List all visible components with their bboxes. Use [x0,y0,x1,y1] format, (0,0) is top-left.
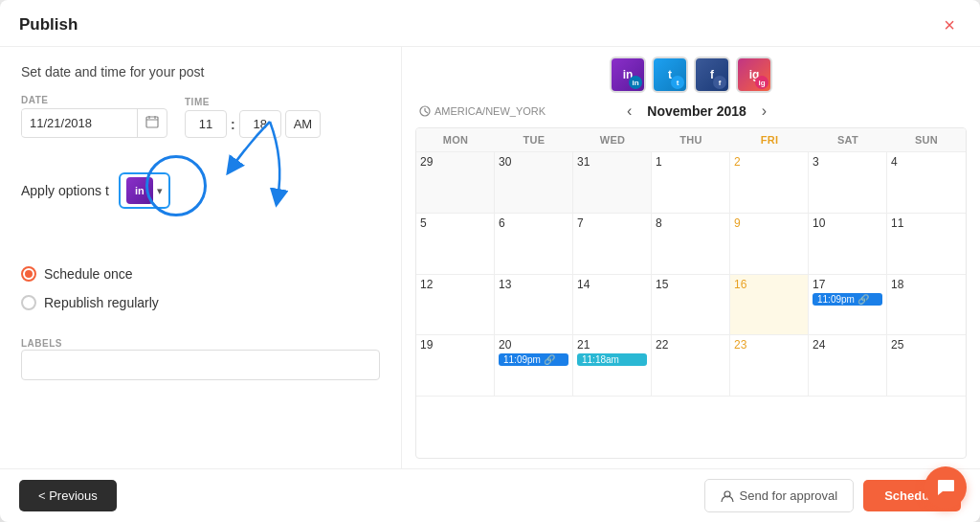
send-approval-button[interactable]: Send for approval [704,479,855,512]
close-button[interactable]: × [938,13,961,36]
cal-date-19: 19 [420,338,490,352]
time-min-input[interactable] [239,110,281,138]
cal-date-30: 30 [499,155,568,169]
cal-cell-6[interactable]: 6 [495,214,573,275]
platform-badge-fb: f [713,76,726,89]
cal-cell-11[interactable]: 11 [887,214,966,275]
social-dropdown[interactable]: in ▾ [119,172,170,209]
cal-date-10: 10 [813,216,882,230]
cal-event-20-1[interactable]: 11:09pm 🔗 [499,353,568,366]
cal-date-20: 20 [499,338,568,352]
schedule-once-radio[interactable] [21,266,36,282]
cal-cell-10[interactable]: 10 [809,214,887,275]
cal-event-21-1[interactable]: 11:18am [577,353,647,366]
cal-cell-13[interactable]: 13 [495,275,573,336]
prev-month-button[interactable]: ‹ [623,101,635,122]
social-thumb-0[interactable]: in in [610,57,646,93]
cal-cell-3[interactable]: 3 [809,152,887,214]
cal-date-5: 5 [420,216,490,230]
calendar-body: 29 30 31 1 2 3 4 5 6 7 8 9 10 11 12 [416,152,966,458]
ampm-button[interactable]: AM [285,110,322,138]
apply-options-section: Apply options t in ▾ [21,165,380,209]
social-thumb-2[interactable]: f f [694,57,730,93]
cal-date-17: 17 [813,278,882,291]
day-header-mon: MON [416,128,495,151]
cal-date-31: 31 [577,155,647,169]
cal-cell-5[interactable]: 5 [416,214,495,275]
cal-date-29: 29 [420,155,490,169]
cal-cell-19[interactable]: 19 [416,335,495,397]
dialog-header: Publish × [0,0,980,47]
cal-cell-22[interactable]: 22 [652,335,730,397]
cal-cell-2[interactable]: 2 [730,152,809,214]
date-input[interactable] [22,110,137,136]
date-input-wrap [21,108,167,138]
time-separator: : [231,117,235,132]
next-month-button[interactable]: › [758,101,770,122]
calendar-day-headers: MON TUE WED THU FRI SAT SUN [416,128,966,152]
cal-cell-15[interactable]: 15 [652,275,730,336]
cal-date-11: 11 [891,216,962,230]
schedule-options: Schedule once Republish regularly [21,266,380,310]
calendar-grid: MON TUE WED THU FRI SAT SUN 29 30 31 1 2… [415,127,967,459]
day-header-sun: SUN [887,128,966,151]
cal-date-4: 4 [891,155,962,169]
cal-cell-21[interactable]: 21 11:18am [573,335,652,397]
chat-bubble-button[interactable] [924,466,967,509]
time-hour-input[interactable] [185,110,227,138]
cal-cell-14[interactable]: 14 [573,275,652,336]
cal-cell-17[interactable]: 17 11:09pm 🔗 [809,275,887,336]
cal-cell-30[interactable]: 30 [495,152,573,214]
cal-cell-31[interactable]: 31 [573,152,652,214]
cal-date-24: 24 [813,338,882,352]
date-label: DATE [21,95,167,105]
cal-cell-4[interactable]: 4 [887,152,966,214]
cal-cell-29[interactable]: 29 [416,152,495,214]
day-header-sat: SAT [809,128,887,151]
cal-date-2: 2 [734,155,804,169]
cal-cell-25[interactable]: 25 [887,335,966,397]
publish-dialog: Publish × Set date and time for your pos… [0,0,980,522]
cal-cell-1[interactable]: 1 [652,152,730,214]
social-icons-row: in in t t f f ig ig [415,57,967,93]
left-panel: Set date and time for your post DATE [0,47,402,468]
time-field-group: TIME : AM [185,97,321,138]
republish-radio[interactable] [21,295,36,310]
cal-cell-8[interactable]: 8 [652,214,730,275]
cal-date-1: 1 [656,155,725,169]
social-thumb-3[interactable]: ig ig [736,57,772,93]
schedule-once-option[interactable]: Schedule once [21,266,380,282]
calendar-icon-button[interactable] [137,109,167,137]
social-thumb-linkedin: in [126,177,153,204]
cal-cell-18[interactable]: 18 [887,275,966,336]
send-approval-label: Send for approval [740,488,838,503]
cal-event-17-1[interactable]: 11:09pm 🔗 [813,293,882,306]
footer-right: Send for approval Schedule [704,479,961,512]
cal-date-16: 16 [734,278,804,291]
republish-option[interactable]: Republish regularly [21,295,380,310]
cal-cell-9[interactable]: 9 [730,214,809,275]
cal-cell-12[interactable]: 12 [416,275,495,336]
cal-cell-7[interactable]: 7 [573,214,652,275]
time-label: TIME [185,97,321,107]
time-group: : AM [185,110,321,138]
svg-line-6 [425,111,428,113]
day-header-fri: FRI [730,128,809,151]
right-panel: in in t t f f ig ig [402,47,980,468]
labels-label: LABELS [21,338,62,349]
panel-subtitle: Set date and time for your post [21,64,380,79]
cal-date-6: 6 [499,216,568,230]
cal-date-18: 18 [891,278,962,291]
labels-input[interactable] [21,350,380,380]
apply-options-row: Apply options t in ▾ [21,172,380,209]
cal-cell-16[interactable]: 16 [730,275,809,336]
cal-date-22: 22 [656,338,725,352]
cal-cell-24[interactable]: 24 [809,335,887,397]
previous-button[interactable]: < Previous [19,480,117,511]
user-icon [721,489,734,503]
social-thumb-1[interactable]: t t [652,57,688,93]
cal-cell-23[interactable]: 23 [730,335,809,397]
dialog-footer: < Previous Send for approval Schedule [0,468,980,522]
cal-date-14: 14 [577,278,647,291]
cal-cell-20[interactable]: 20 11:09pm 🔗 [495,335,573,397]
